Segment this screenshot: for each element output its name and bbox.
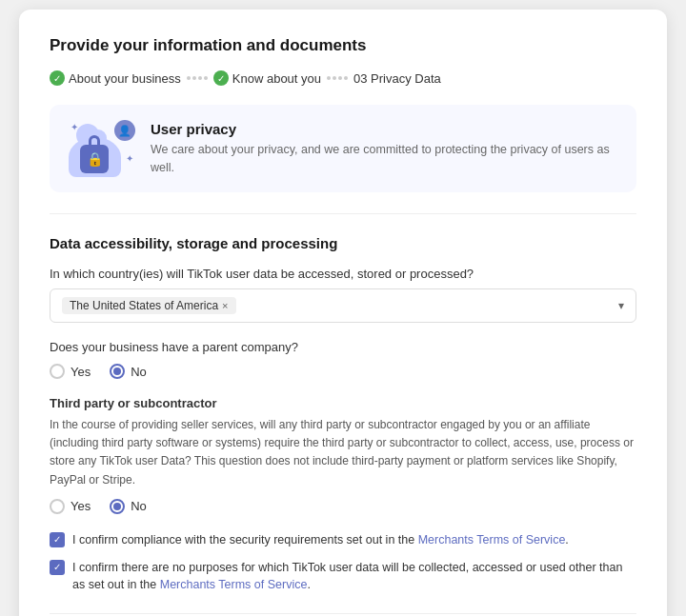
section-title: Data accessibility, storage and processi… <box>50 235 636 251</box>
privacy-heading: User privacy <box>151 121 617 137</box>
step2-check-icon: ✓ <box>213 70 229 86</box>
parent-no-label: No <box>131 365 147 379</box>
privacy-banner: 🔒 👤 ✦ ✦ User privacy We care about your … <box>50 105 636 192</box>
third-yes-option[interactable]: Yes <box>50 499 91 514</box>
step2: ✓ Know about you <box>213 70 321 86</box>
confirm1-row: ✓ I confirm compliance with the security… <box>50 531 636 549</box>
lock-icon: 🔒 <box>80 145 109 173</box>
parent-no-radio[interactable] <box>110 364 125 379</box>
third-party-desc: In the course of providing seller servic… <box>50 416 636 489</box>
step1-dots <box>187 76 208 80</box>
remove-country-icon[interactable]: × <box>222 300 228 311</box>
select-left: The United States of America × <box>62 297 236 314</box>
radio-fill2 <box>113 503 121 510</box>
third-party-title: Third party or subcontractor <box>50 396 636 410</box>
main-card: Provide your information and documents ✓… <box>19 10 667 616</box>
confirm2-checkbox[interactable]: ✓ <box>50 560 65 575</box>
step1-check-icon: ✓ <box>50 70 65 86</box>
parent-no-option[interactable]: No <box>110 364 147 379</box>
country-tag: The United States of America × <box>62 297 236 314</box>
parent-yes-radio[interactable] <box>50 364 65 379</box>
third-yes-radio[interactable] <box>50 499 65 514</box>
confirm2-row: ✓ I confirm there are no purposes for wh… <box>50 559 636 595</box>
country-question: In which country(ies) will TikTok user d… <box>50 267 636 281</box>
third-party-radio-group: Yes No <box>50 499 636 514</box>
step3-label: 03 Privacy Data <box>353 71 441 86</box>
parent-yes-label: Yes <box>71 365 91 379</box>
step2-dots <box>327 76 348 80</box>
page-title: Provide your information and documents <box>50 36 636 55</box>
privacy-description: We care about your privacy, and we are c… <box>151 141 617 177</box>
parent-question: Does your business have a parent company… <box>50 340 636 354</box>
confirm1-link[interactable]: Merchants Terms of Service <box>418 533 566 546</box>
confirm1-text: I confirm compliance with the security r… <box>72 531 569 549</box>
step2-label: Know about you <box>232 71 321 86</box>
confirm2-link[interactable]: Merchants Terms of Service <box>160 578 308 591</box>
country-select[interactable]: The United States of America × ▾ <box>50 288 636 323</box>
third-no-label: No <box>131 499 147 513</box>
confirm1-checkbox[interactable]: ✓ <box>50 532 65 547</box>
privacy-text: User privacy We care about your privacy,… <box>151 121 617 177</box>
confirm2-text: I confirm there are no purposes for whic… <box>72 559 636 595</box>
chevron-down-icon: ▾ <box>618 299 624 312</box>
third-no-option[interactable]: No <box>110 499 147 514</box>
privacy-illustration: 🔒 👤 ✦ ✦ <box>69 120 135 177</box>
user-icon: 👤 <box>114 120 135 141</box>
sparkle2-icon: ✦ <box>126 153 133 164</box>
third-yes-label: Yes <box>71 499 91 513</box>
third-no-radio[interactable] <box>110 499 125 514</box>
radio-fill <box>113 368 121 375</box>
divider <box>50 213 636 214</box>
stepper: ✓ About your business ✓ Know about you 0… <box>50 70 636 86</box>
parent-yes-option[interactable]: Yes <box>50 364 91 379</box>
sparkle-icon: ✦ <box>71 122 78 132</box>
step1-label: About your business <box>69 71 181 86</box>
step1: ✓ About your business <box>50 70 181 86</box>
parent-radio-group: Yes No <box>50 364 636 379</box>
